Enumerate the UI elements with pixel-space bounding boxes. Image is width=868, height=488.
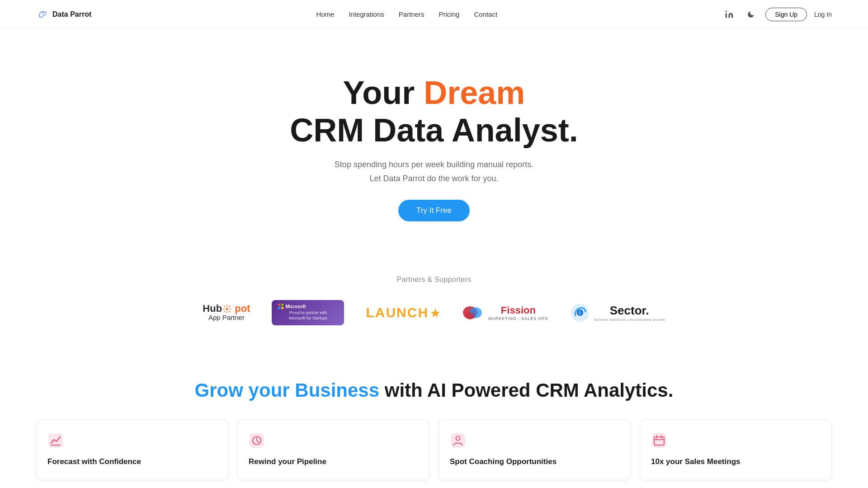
logo-text: Data Parrot <box>52 10 91 19</box>
grow-title: Grow your Business with AI Powered CRM A… <box>36 380 832 401</box>
moon-icon <box>747 10 755 19</box>
clock-icon <box>249 432 265 449</box>
dark-mode-toggle[interactable] <box>744 7 758 22</box>
launch-rocket-icon <box>430 308 440 318</box>
parrot-logo-icon <box>36 8 49 21</box>
navigation: Data Parrot Home Integrations Partners P… <box>0 0 868 29</box>
hero-title-end: CRM Data Analyst. <box>290 112 578 148</box>
nav-home[interactable]: Home <box>316 10 334 18</box>
login-button[interactable]: Log In <box>814 11 832 18</box>
grow-title-rest: with AI Powered CRM Analytics. <box>379 380 673 401</box>
feature-card-forecast: Forecast with Confidence <box>36 419 228 480</box>
fission-logo: Fission Marketing · Sales Ops <box>462 300 548 325</box>
hero-title-highlight: Dream <box>424 75 525 111</box>
logo-link[interactable]: Data Parrot <box>36 8 91 21</box>
sector-logo: Sector. Tailored Solutions | Accelerated… <box>570 300 665 325</box>
grow-section: Grow your Business with AI Powered CRM A… <box>0 352 868 401</box>
nav-integrations[interactable]: Integrations <box>349 10 384 18</box>
fission-swirl-icon <box>462 303 485 322</box>
feature-card-meetings: 10x your Sales Meetings <box>640 419 832 480</box>
partners-title: Partners & Supporters <box>36 276 832 284</box>
hero-section: Your Dream CRM Data Analyst. Stop spendi… <box>0 29 868 258</box>
linkedin-icon-button[interactable] <box>722 7 736 22</box>
svg-rect-1 <box>726 13 727 18</box>
nav-links: Home Integrations Partners Pricing Conta… <box>316 10 497 19</box>
nav-partners[interactable]: Partners <box>399 10 425 18</box>
feature-cards: Forecast with Confidence Rewind your Pip… <box>0 419 868 480</box>
nav-contact[interactable]: Contact <box>474 10 497 18</box>
nav-pricing[interactable]: Pricing <box>439 10 460 18</box>
feature-card-meetings-title: 10x your Sales Meetings <box>651 457 821 467</box>
hubspot-sprocket-icon <box>222 305 231 314</box>
feature-card-pipeline: Rewind your Pipeline <box>237 419 429 480</box>
signup-button[interactable]: Sign Up <box>765 8 807 21</box>
hero-subtitle2: Let Data Parrot do the work for you. <box>9 174 859 183</box>
hero-title-start: Your <box>343 75 424 111</box>
hero-title: Your Dream CRM Data Analyst. <box>9 74 859 149</box>
sector-icon <box>570 303 590 323</box>
feature-card-coaching-title: Spot Coaching Opportunities <box>450 457 619 467</box>
linkedin-icon <box>725 10 734 19</box>
partners-logos: Hub pot App Partner <box>36 300 832 325</box>
nav-right: Sign Up Log In <box>722 7 832 22</box>
person-icon <box>450 432 466 449</box>
svg-point-2 <box>726 10 727 12</box>
svg-point-0 <box>42 12 43 13</box>
feature-card-forecast-title: Forecast with Confidence <box>47 457 217 467</box>
svg-marker-4 <box>431 308 440 317</box>
feature-card-pipeline-title: Rewind your Pipeline <box>249 457 418 467</box>
partners-section: Partners & Supporters Hub pot App Partne… <box>0 258 868 352</box>
calendar-icon <box>651 432 667 449</box>
svg-point-3 <box>226 308 228 310</box>
grow-title-blue: Grow your Business <box>195 380 379 401</box>
hero-subtitle1: Stop spending hours per week building ma… <box>9 160 859 169</box>
launch-logo: LAUNCH <box>366 300 440 325</box>
microsoft-badge: Microsoft Proud to partner withMicrosoft… <box>272 300 344 325</box>
chart-icon <box>47 432 64 449</box>
hubspot-logo: Hub pot App Partner <box>203 300 250 325</box>
try-it-free-button[interactable]: Try It Free <box>398 200 470 221</box>
feature-card-coaching: Spot Coaching Opportunities <box>439 419 631 480</box>
svg-point-7 <box>466 312 475 319</box>
